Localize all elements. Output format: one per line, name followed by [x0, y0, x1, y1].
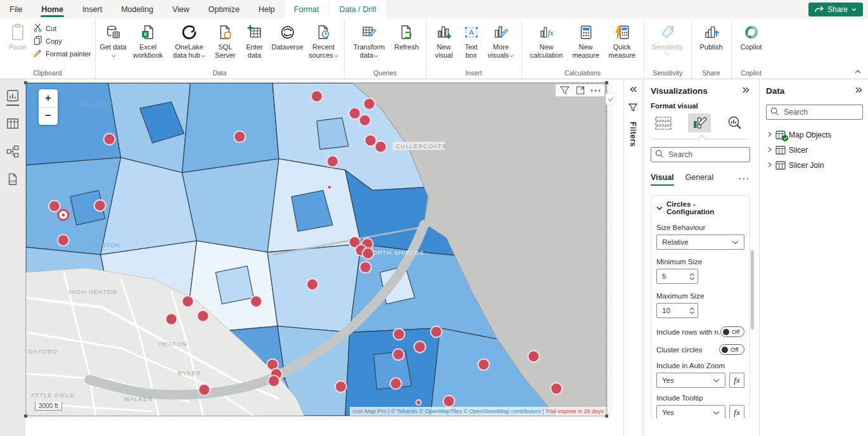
map-circle[interactable]	[528, 350, 539, 362]
expand-chevron-icon[interactable]	[767, 146, 772, 155]
filters-funnel-icon[interactable]	[628, 103, 638, 114]
excel-workbook-button[interactable]: X Excel workbook	[129, 20, 168, 60]
zoom-in-button[interactable]: +	[39, 89, 58, 108]
tab-optimize[interactable]: Optimize	[199, 0, 249, 19]
expand-chevron-icon[interactable]	[767, 161, 772, 170]
format-painter-button[interactable]: Format painter	[33, 48, 91, 59]
sensitivity-button[interactable]: Sensitivity	[648, 20, 687, 56]
map-circle[interactable]	[166, 314, 177, 325]
tab-insert[interactable]: Insert	[73, 0, 112, 19]
new-measure-button[interactable]: New measure	[569, 20, 603, 60]
tab-modeling[interactable]: Modeling	[112, 0, 163, 19]
map-circle[interactable]	[362, 248, 374, 259]
publish-button[interactable]: Publish	[696, 20, 727, 51]
map-circle[interactable]	[551, 383, 562, 394]
analytics-mode-icon[interactable]	[724, 113, 746, 132]
auto-zoom-dropdown[interactable]: Yes	[656, 373, 725, 388]
map-circle[interactable]	[478, 359, 489, 370]
copilot-button[interactable]: Copilot	[736, 20, 767, 51]
visualizations-scrollbar[interactable]	[751, 250, 754, 330]
map-circle[interactable]	[360, 262, 371, 273]
quick-measure-button[interactable]: Quick measure	[604, 20, 640, 60]
more-options-icon[interactable]	[590, 89, 601, 92]
new-calculation-button[interactable]: fx New calculation	[526, 20, 568, 60]
dataverse-button[interactable]: Dataverse	[269, 20, 306, 51]
map-circle[interactable]	[444, 395, 455, 407]
more-visuals-button[interactable]: More visuals	[485, 20, 518, 60]
text-box-button[interactable]: A Text box	[459, 20, 483, 60]
refresh-button[interactable]: Refresh	[392, 20, 422, 51]
tab-data-drill[interactable]: Data / Drill	[329, 0, 385, 19]
map-circle[interactable]	[58, 234, 69, 246]
zoom-out-button[interactable]: −	[39, 108, 58, 125]
new-visual-button[interactable]: New visual	[430, 20, 458, 60]
share-button[interactable]: Share	[808, 3, 863, 16]
map-circle[interactable]	[307, 279, 318, 290]
map-circle[interactable]	[416, 400, 421, 405]
table-row-slicer-join[interactable]: Slicer Join	[766, 158, 863, 173]
map-circle[interactable]	[234, 131, 245, 143]
include-tooltip-fx-button[interactable]: fx	[729, 405, 744, 418]
map-attribution[interactable]: Icon Map Pro | © Tekantis © OpenMapTiles…	[350, 407, 606, 416]
map-circle[interactable]	[349, 108, 361, 119]
collapse-data-panel-icon[interactable]	[855, 86, 863, 96]
tab-visual[interactable]: Visual	[651, 173, 674, 184]
map-circle[interactable]	[431, 326, 442, 338]
visual-checkbox[interactable]	[606, 93, 615, 105]
map-circle[interactable]	[359, 115, 371, 126]
paste-button[interactable]: Paste	[4, 20, 32, 51]
filters-pane-title[interactable]: Filters	[629, 122, 637, 147]
table-row-slicer[interactable]: Slicer	[766, 143, 863, 158]
map-circle[interactable]	[49, 200, 60, 212]
map-circle[interactable]	[390, 378, 402, 389]
map-circle[interactable]	[94, 200, 106, 211]
focus-mode-icon[interactable]	[575, 86, 585, 95]
map-circle[interactable]	[393, 349, 404, 360]
sql-server-button[interactable]: SQL Server	[211, 20, 240, 60]
format-search-input[interactable]	[667, 150, 746, 160]
fields-mode-icon[interactable]	[652, 113, 675, 132]
report-view-button[interactable]	[5, 88, 20, 103]
map-circle-ring[interactable]	[58, 210, 68, 220]
canvas-scrollbar[interactable]	[607, 82, 613, 416]
include-tooltip-dropdown[interactable]: Yes	[656, 405, 725, 418]
size-behaviour-dropdown[interactable]: Relative	[656, 234, 744, 250]
format-mode-icon[interactable]	[688, 113, 711, 132]
map-circle[interactable]	[393, 329, 405, 340]
tab-home[interactable]: Home	[32, 0, 73, 19]
recent-sources-button[interactable]: Recent sources	[307, 20, 340, 60]
expand-filters-icon[interactable]	[629, 86, 637, 95]
model-view-button[interactable]	[5, 144, 20, 159]
table-view-button[interactable]	[5, 116, 20, 131]
onelake-data-hub-button[interactable]: OneLake data hub	[169, 20, 210, 60]
dax-query-view-button[interactable]: DAX	[5, 172, 20, 187]
map-circle[interactable]	[375, 141, 386, 153]
collapse-ribbon-chevron[interactable]	[854, 67, 862, 76]
map-circle[interactable]	[327, 156, 338, 167]
tab-format[interactable]: Format	[284, 0, 329, 19]
tab-general[interactable]: General	[686, 173, 713, 184]
transform-data-button[interactable]: Transform data	[348, 20, 390, 60]
visual-filter-icon[interactable]	[559, 86, 570, 95]
collapse-visualizations-icon[interactable]	[742, 86, 750, 96]
map-circle[interactable]	[250, 296, 262, 307]
map-circle[interactable]	[311, 91, 322, 102]
cut-button[interactable]: Cut	[33, 23, 91, 34]
map-circle[interactable]	[365, 135, 376, 146]
map-circle[interactable]	[364, 98, 375, 110]
map-circle[interactable]	[268, 375, 279, 387]
minimum-size-stepper[interactable]: 5	[656, 269, 698, 284]
auto-zoom-fx-button[interactable]: fx	[729, 373, 744, 388]
icon-map-pro-visual[interactable]: BURRADONCULLERCOATSBENTONNORTH SHIELDSHI…	[26, 83, 606, 416]
tab-view[interactable]: View	[163, 0, 199, 19]
format-tabs-overflow[interactable]: ···	[739, 174, 750, 183]
tab-help[interactable]: Help	[249, 0, 284, 19]
enter-data-button[interactable]: Enter data	[241, 20, 268, 60]
map-circle[interactable]	[104, 134, 115, 145]
map-circle[interactable]	[198, 384, 210, 395]
get-data-button[interactable]: Get data	[99, 20, 127, 60]
expand-chevron-icon[interactable]	[767, 131, 772, 139]
include-rows-toggle[interactable]: Off	[720, 326, 744, 337]
map-circle[interactable]	[335, 381, 347, 392]
circles-configuration-header[interactable]: Circles - Configuration	[656, 200, 744, 215]
